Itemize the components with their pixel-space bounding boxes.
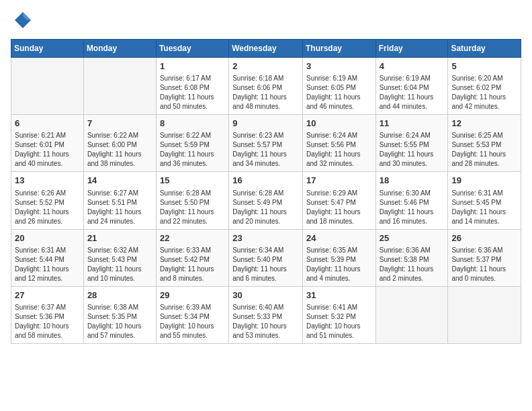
day-number: 19 [451, 175, 517, 187]
day-number: 1 [160, 60, 225, 73]
calendar-cell: 2Sunrise: 6:18 AM Sunset: 6:06 PM Daylig… [229, 58, 303, 115]
calendar-header-row: SundayMondayTuesdayWednesdayThursdayFrid… [11, 40, 521, 58]
day-info: Sunrise: 6:37 AM Sunset: 5:36 PM Dayligh… [15, 303, 80, 340]
day-number: 6 [15, 118, 80, 130]
day-info: Sunrise: 6:32 AM Sunset: 5:43 PM Dayligh… [87, 246, 152, 283]
day-number: 9 [232, 118, 299, 130]
day-number: 7 [87, 118, 152, 130]
calendar-cell: 28Sunrise: 6:38 AM Sunset: 5:35 PM Dayli… [83, 286, 156, 343]
day-info: Sunrise: 6:38 AM Sunset: 5:35 PM Dayligh… [87, 303, 152, 340]
day-info: Sunrise: 6:35 AM Sunset: 5:39 PM Dayligh… [306, 246, 372, 283]
day-info: Sunrise: 6:31 AM Sunset: 5:45 PM Dayligh… [451, 189, 517, 226]
logo [11, 11, 32, 32]
calendar-cell: 22Sunrise: 6:33 AM Sunset: 5:42 PM Dayli… [156, 229, 228, 286]
calendar-cell: 3Sunrise: 6:19 AM Sunset: 6:05 PM Daylig… [302, 58, 375, 115]
day-info: Sunrise: 6:23 AM Sunset: 5:57 PM Dayligh… [232, 131, 299, 169]
calendar-cell: 20Sunrise: 6:31 AM Sunset: 5:44 PM Dayli… [11, 229, 84, 286]
calendar-week-row: 13Sunrise: 6:26 AM Sunset: 5:52 PM Dayli… [11, 172, 521, 229]
calendar-cell: 6Sunrise: 6:21 AM Sunset: 6:01 PM Daylig… [11, 115, 84, 172]
day-info: Sunrise: 6:40 AM Sunset: 5:33 PM Dayligh… [232, 303, 299, 340]
calendar-cell [448, 286, 521, 343]
calendar-cell: 17Sunrise: 6:29 AM Sunset: 5:47 PM Dayli… [302, 172, 375, 229]
day-info: Sunrise: 6:25 AM Sunset: 5:53 PM Dayligh… [451, 131, 517, 169]
day-number: 27 [15, 289, 80, 302]
calendar-cell [375, 286, 448, 343]
day-info: Sunrise: 6:36 AM Sunset: 5:37 PM Dayligh… [451, 246, 517, 283]
day-info: Sunrise: 6:24 AM Sunset: 5:56 PM Dayligh… [306, 131, 372, 169]
day-number: 26 [451, 232, 517, 244]
day-info: Sunrise: 6:30 AM Sunset: 5:46 PM Dayligh… [380, 189, 445, 226]
day-number: 16 [232, 175, 299, 187]
calendar-cell: 25Sunrise: 6:36 AM Sunset: 5:38 PM Dayli… [375, 229, 448, 286]
calendar-cell [11, 58, 84, 115]
header-sunday: Sunday [11, 40, 84, 58]
day-info: Sunrise: 6:22 AM Sunset: 5:59 PM Dayligh… [160, 131, 225, 169]
page-header [11, 11, 521, 32]
day-info: Sunrise: 6:29 AM Sunset: 5:47 PM Dayligh… [306, 189, 372, 226]
calendar-cell: 10Sunrise: 6:24 AM Sunset: 5:56 PM Dayli… [302, 115, 375, 172]
day-info: Sunrise: 6:21 AM Sunset: 6:01 PM Dayligh… [15, 131, 80, 169]
day-number: 22 [160, 232, 225, 244]
day-number: 23 [232, 232, 299, 244]
day-info: Sunrise: 6:28 AM Sunset: 5:50 PM Dayligh… [160, 189, 225, 226]
header-monday: Monday [83, 40, 156, 58]
day-number: 3 [306, 60, 372, 73]
calendar-week-row: 27Sunrise: 6:37 AM Sunset: 5:36 PM Dayli… [11, 286, 521, 343]
day-number: 20 [15, 232, 80, 244]
calendar-cell: 27Sunrise: 6:37 AM Sunset: 5:36 PM Dayli… [11, 286, 84, 343]
day-number: 8 [160, 118, 225, 130]
calendar-week-row: 1Sunrise: 6:17 AM Sunset: 6:08 PM Daylig… [11, 58, 521, 115]
day-info: Sunrise: 6:20 AM Sunset: 6:02 PM Dayligh… [451, 74, 517, 111]
calendar-cell: 1Sunrise: 6:17 AM Sunset: 6:08 PM Daylig… [156, 58, 228, 115]
day-info: Sunrise: 6:28 AM Sunset: 5:49 PM Dayligh… [232, 189, 299, 226]
day-number: 24 [306, 232, 372, 244]
calendar-cell: 12Sunrise: 6:25 AM Sunset: 5:53 PM Dayli… [448, 115, 521, 172]
day-number: 5 [451, 60, 517, 73]
calendar-cell: 5Sunrise: 6:20 AM Sunset: 6:02 PM Daylig… [448, 58, 521, 115]
day-number: 21 [87, 232, 152, 244]
day-info: Sunrise: 6:22 AM Sunset: 6:00 PM Dayligh… [87, 131, 152, 169]
header-thursday: Thursday [302, 40, 375, 58]
day-info: Sunrise: 6:18 AM Sunset: 6:06 PM Dayligh… [232, 74, 299, 111]
day-info: Sunrise: 6:31 AM Sunset: 5:44 PM Dayligh… [15, 246, 80, 283]
day-info: Sunrise: 6:36 AM Sunset: 5:38 PM Dayligh… [380, 246, 445, 283]
day-info: Sunrise: 6:33 AM Sunset: 5:42 PM Dayligh… [160, 246, 225, 283]
day-number: 25 [380, 232, 445, 244]
day-number: 14 [87, 175, 152, 187]
calendar-cell: 11Sunrise: 6:24 AM Sunset: 5:55 PM Dayli… [375, 115, 448, 172]
day-number: 12 [451, 118, 517, 130]
day-number: 29 [160, 289, 225, 302]
day-info: Sunrise: 6:24 AM Sunset: 5:55 PM Dayligh… [380, 131, 445, 169]
calendar-cell [83, 58, 156, 115]
calendar-cell: 26Sunrise: 6:36 AM Sunset: 5:37 PM Dayli… [448, 229, 521, 286]
calendar-cell: 4Sunrise: 6:19 AM Sunset: 6:04 PM Daylig… [375, 58, 448, 115]
header-friday: Friday [375, 40, 448, 58]
calendar-cell: 23Sunrise: 6:34 AM Sunset: 5:40 PM Dayli… [229, 229, 303, 286]
day-info: Sunrise: 6:19 AM Sunset: 6:04 PM Dayligh… [380, 74, 445, 111]
calendar-week-row: 6Sunrise: 6:21 AM Sunset: 6:01 PM Daylig… [11, 115, 521, 172]
day-number: 13 [15, 175, 80, 187]
day-info: Sunrise: 6:17 AM Sunset: 6:08 PM Dayligh… [160, 74, 225, 111]
calendar-table: SundayMondayTuesdayWednesdayThursdayFrid… [11, 39, 521, 344]
calendar-cell: 19Sunrise: 6:31 AM Sunset: 5:45 PM Dayli… [448, 172, 521, 229]
calendar-week-row: 20Sunrise: 6:31 AM Sunset: 5:44 PM Dayli… [11, 229, 521, 286]
calendar-cell: 14Sunrise: 6:27 AM Sunset: 5:51 PM Dayli… [83, 172, 156, 229]
day-number: 15 [160, 175, 225, 187]
day-number: 2 [232, 60, 299, 73]
calendar-cell: 24Sunrise: 6:35 AM Sunset: 5:39 PM Dayli… [302, 229, 375, 286]
header-tuesday: Tuesday [156, 40, 228, 58]
calendar-cell: 15Sunrise: 6:28 AM Sunset: 5:50 PM Dayli… [156, 172, 228, 229]
header-wednesday: Wednesday [229, 40, 303, 58]
day-info: Sunrise: 6:26 AM Sunset: 5:52 PM Dayligh… [15, 189, 80, 226]
calendar-cell: 16Sunrise: 6:28 AM Sunset: 5:49 PM Dayli… [229, 172, 303, 229]
calendar-cell: 18Sunrise: 6:30 AM Sunset: 5:46 PM Dayli… [375, 172, 448, 229]
header-saturday: Saturday [448, 40, 521, 58]
calendar-cell: 29Sunrise: 6:39 AM Sunset: 5:34 PM Dayli… [156, 286, 228, 343]
day-info: Sunrise: 6:27 AM Sunset: 5:51 PM Dayligh… [87, 189, 152, 226]
calendar-cell: 13Sunrise: 6:26 AM Sunset: 5:52 PM Dayli… [11, 172, 84, 229]
day-number: 17 [306, 175, 372, 187]
logo-icon [13, 11, 32, 32]
calendar-cell: 30Sunrise: 6:40 AM Sunset: 5:33 PM Dayli… [229, 286, 303, 343]
calendar-cell: 21Sunrise: 6:32 AM Sunset: 5:43 PM Dayli… [83, 229, 156, 286]
calendar-cell: 31Sunrise: 6:41 AM Sunset: 5:32 PM Dayli… [302, 286, 375, 343]
